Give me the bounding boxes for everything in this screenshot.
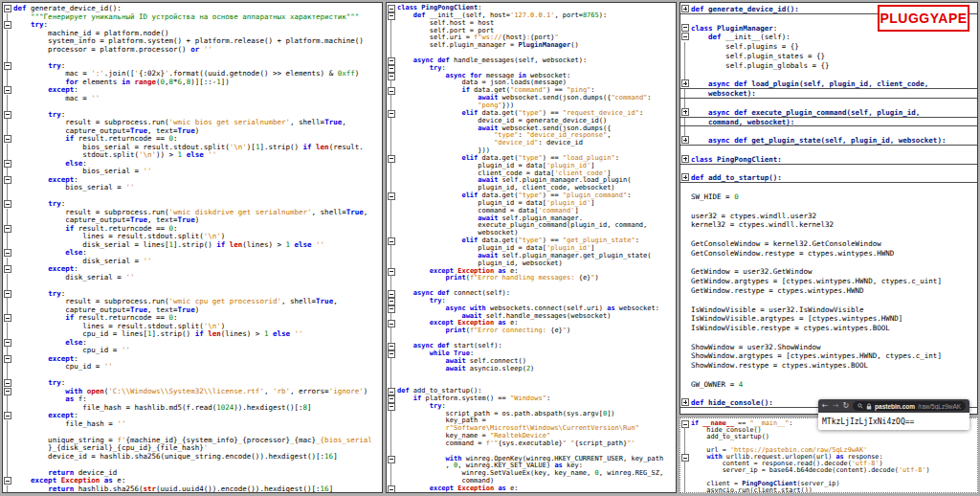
fold-gutter [3,323,13,331]
fold-collapse-icon[interactable] [4,379,11,387]
code-line: ShowWindow = user32.ShowWindow [680,343,977,352]
fold-gutter [387,433,397,440]
fold-expand-icon[interactable] [681,398,689,406]
fold-collapse-icon[interactable] [4,477,11,485]
url-field[interactable]: pastebin.com/raw/5qLz9wAK [853,401,966,411]
refresh-icon[interactable]: ↻ [842,402,849,410]
fold-gutter [387,343,397,350]
fold-collapse-icon[interactable] [388,290,395,298]
fold-gutter [680,118,691,126]
fold-collapse-icon[interactable] [681,24,689,32]
fold-collapse-icon[interactable] [388,155,395,163]
fold-collapse-icon[interactable] [388,65,395,73]
forward-icon[interactable]: → [833,402,839,410]
code-panel-folded-overview[interactable]: def generate_device_id():class PluginMan… [679,2,978,415]
fold-collapse-icon[interactable] [388,403,395,411]
fold-collapse-icon[interactable] [388,57,395,65]
fold-collapse-icon[interactable] [388,388,395,395]
fold-gutter [3,13,13,22]
fold-expand-icon[interactable] [681,173,689,181]
fold-collapse-icon[interactable] [388,73,395,80]
badge-label: PLUGGYAPE [880,11,967,26]
fold-collapse-icon[interactable] [4,265,11,273]
fold-collapse-icon[interactable] [4,388,11,395]
fold-gutter [3,37,13,46]
fold-expand-icon[interactable] [681,5,689,12]
fold-collapse-icon[interactable] [4,176,11,184]
fold-collapse-icon[interactable] [4,290,11,298]
fold-collapse-icon[interactable] [388,192,395,200]
fold-gutter [387,102,397,110]
fold-collapse-icon[interactable] [681,33,689,40]
fold-collapse-icon[interactable] [4,62,11,70]
fold-collapse-icon[interactable] [4,21,11,29]
fold-collapse-icon[interactable] [4,355,11,363]
fold-collapse-icon[interactable] [4,5,11,12]
fold-gutter [387,79,397,87]
fold-expand-icon[interactable] [681,155,689,163]
fold-gutter [3,461,13,469]
fold-gutter [387,34,397,42]
fold-collapse-icon[interactable] [4,412,11,419]
fold-gutter [387,132,397,140]
fold-collapse-icon[interactable] [388,110,395,118]
code-text [397,372,676,380]
code-line: def __init__(self): [680,33,977,42]
fold-collapse-icon[interactable] [4,314,11,322]
code-panel-generate-device-id[interactable]: def generate_device_id(): """Генерирует … [2,2,383,493]
fold-gutter [3,469,13,478]
fold-collapse-icon[interactable] [4,249,11,257]
fold-collapse-icon[interactable] [388,343,395,350]
fold-gutter [387,28,397,35]
fold-collapse-icon[interactable] [388,320,395,327]
code-line: GetWindow = user32.GetWindow [680,267,977,277]
fold-collapse-icon[interactable] [4,225,11,233]
code-line: async def execute_plugin_command(self, p… [680,108,977,118]
code-text [691,146,977,155]
fold-gutter [680,333,691,343]
code-text: SW_HIDE = 0 [691,192,977,202]
code-line [680,296,977,305]
fold-gutter [3,127,13,136]
code-text: GetWindow = user32.GetWindow [691,267,977,277]
fold-gutter [387,485,397,493]
code-text: async def execute_plugin_command(self, p… [691,108,977,117]
fold-collapse-icon[interactable] [4,200,11,208]
fold-collapse-icon[interactable] [388,298,395,305]
fold-collapse-icon[interactable] [4,160,11,168]
fold-collapse-icon[interactable] [388,485,395,493]
fold-gutter [680,259,691,268]
fold-collapse-icon[interactable] [388,395,395,403]
fold-collapse-icon[interactable] [388,456,395,463]
fold-collapse-icon[interactable] [4,111,11,119]
fold-collapse-icon[interactable] [388,12,395,20]
fold-collapse-icon[interactable] [388,5,395,12]
fold-gutter [387,456,397,463]
fold-gutter [3,216,13,225]
code-line: print(f"Error connecting: {e}") [387,327,676,335]
fold-collapse-icon[interactable] [388,237,395,245]
fold-gutter [387,440,397,448]
code-text [691,296,977,305]
back-icon[interactable]: ← [822,402,829,410]
fold-expand-icon[interactable] [681,108,689,116]
fold-expand-icon[interactable] [681,79,689,87]
fold-collapse-icon[interactable] [388,87,395,95]
fold-gutter [680,454,691,461]
fold-gutter [387,230,397,237]
code-text: GetConsoleWindow = kernel32.GetConsoleWi… [691,239,977,249]
fold-collapse-icon[interactable] [4,86,11,94]
code-line [680,165,977,174]
fold-collapse-icon[interactable] [4,339,11,347]
code-text: GetConsoleWindow.restype = ctypes.wintyp… [691,249,977,259]
fold-collapse-icon[interactable] [388,305,395,313]
fold-collapse-icon[interactable] [388,268,395,276]
fold-gutter [3,86,13,95]
fold-gutter [680,42,691,52]
fold-collapse-icon[interactable] [388,350,395,358]
fold-gutter [680,286,691,296]
fold-collapse-icon[interactable] [4,135,11,143]
ide-screenshot: { "badge": {"label": "PLUGGYAPE", "color… [0,0,980,496]
fold-expand-icon[interactable] [681,136,689,144]
code-panel-pingpong-client[interactable]: class PingPongClient: def __init__(self,… [386,2,677,493]
